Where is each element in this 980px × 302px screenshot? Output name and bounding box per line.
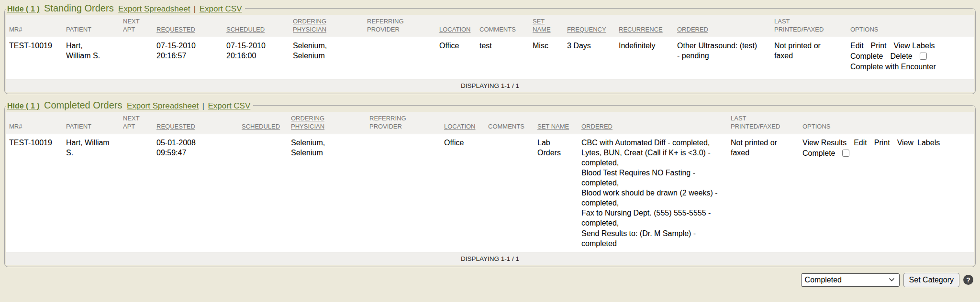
col-header-recurrence[interactable]: RECURRENCE: [616, 15, 674, 37]
view-link[interactable]: View: [897, 139, 913, 147]
completed-export-spreadsheet-link[interactable]: Export Spreadsheet: [127, 101, 199, 110]
standing-displaying-row: DISPLAYING 1-1 / 1: [6, 79, 974, 92]
cell-last-printed: Not printed or faxed: [728, 134, 800, 252]
standing-orders-title: Standing Orders: [44, 3, 114, 13]
category-select-value: Completed: [805, 276, 842, 284]
col-header-requested[interactable]: REQUESTED: [154, 112, 239, 134]
col-header-last-printed: LAST PRINTED/FAXED: [728, 112, 800, 134]
print-link[interactable]: Print: [874, 139, 890, 147]
standing-orders-table: MR# PATIENT NEXT APT REQUESTED SCHEDULED…: [6, 15, 974, 92]
cell-ordered: Other Ultrasound: (test) - pending: [674, 37, 771, 79]
cell-recurrence: Indefinitely: [616, 37, 674, 79]
col-header-ordered[interactable]: ORDERED: [674, 15, 771, 37]
completed-orders-section: Hide ( 1 ) Completed Orders Export Sprea…: [4, 100, 976, 267]
displaying-count: DISPLAYING 1-1 / 1: [6, 252, 974, 265]
standing-orders-legend: Hide ( 1 ) Standing Orders Export Spread…: [6, 3, 245, 14]
completed-export-csv-link[interactable]: Export CSV: [208, 101, 250, 110]
delete-link[interactable]: Delete: [890, 52, 912, 60]
completed-orders-title: Completed Orders: [44, 100, 122, 110]
chevron-down-icon: [889, 278, 895, 282]
cell-comments: [485, 134, 535, 252]
cell-comments: test: [477, 37, 530, 79]
col-header-scheduled[interactable]: SCHEDULED: [223, 15, 290, 37]
col-header-mr: MR#: [6, 15, 63, 37]
standing-orders-section: Hide ( 1 ) Standing Orders Export Spread…: [4, 3, 976, 94]
standing-hide-link[interactable]: Hide ( 1 ): [7, 5, 40, 13]
cell-location: Office: [436, 37, 477, 79]
col-header-ordered[interactable]: ORDERED: [579, 112, 728, 134]
labels-link[interactable]: Labels: [917, 139, 940, 147]
category-bar: Completed Set Category ?: [4, 273, 976, 287]
edit-link[interactable]: Edit: [850, 42, 864, 50]
cell-next-apt: [120, 37, 154, 79]
complete-with-encounter-link[interactable]: Complete with Encounter: [850, 63, 936, 71]
completed-hide-link[interactable]: Hide ( 1 ): [7, 102, 40, 110]
table-row: TEST-10019 Hart, William S. 07-15-2010 2…: [6, 37, 974, 79]
displaying-count: DISPLAYING 1-1 / 1: [6, 79, 974, 92]
col-header-referring-provider: REFERRING PROVIDER: [364, 15, 436, 37]
category-select[interactable]: Completed: [801, 273, 900, 287]
col-header-location[interactable]: LOCATION: [441, 112, 485, 134]
col-header-options: OPTIONS: [800, 112, 974, 134]
standing-header-row: MR# PATIENT NEXT APT REQUESTED SCHEDULED…: [6, 15, 974, 37]
separator: |: [194, 4, 196, 13]
set-category-button[interactable]: Set Category: [903, 273, 959, 287]
col-header-scheduled[interactable]: SCHEDULED: [239, 112, 288, 134]
cell-ordering-physician: Selenium, Selenium: [288, 134, 367, 252]
separator: |: [202, 101, 204, 110]
cell-set-name: Lab Orders: [535, 134, 579, 252]
order-select-checkbox[interactable]: [920, 53, 927, 60]
completed-orders-legend: Hide ( 1 ) Completed Orders Export Sprea…: [6, 100, 253, 111]
col-header-location[interactable]: LOCATION: [436, 15, 477, 37]
cell-location: Office: [441, 134, 485, 252]
print-link[interactable]: Print: [871, 42, 887, 50]
cell-scheduled: 07-15-2010 20:16:00: [223, 37, 290, 79]
col-header-set-name[interactable]: SET NAME: [535, 112, 579, 134]
col-header-ordering-physician[interactable]: ORDERING PHYSICIAN: [288, 112, 367, 134]
cell-patient: Hart, William S.: [63, 37, 120, 79]
view-labels-link[interactable]: View Labels: [893, 42, 935, 50]
cell-mr: TEST-10019: [6, 37, 63, 79]
cell-ordered: CBC with Automated Diff - completed, Lyt…: [579, 134, 728, 252]
cell-ordering-physician: Selenium, Selenium: [290, 37, 364, 79]
cell-last-printed: Not printed or faxed: [771, 37, 847, 79]
cell-mr: TEST-10019: [6, 134, 63, 252]
table-row: TEST-10019 Hart, William S. 05-01-2008 0…: [6, 134, 974, 252]
help-icon[interactable]: ?: [963, 275, 973, 285]
completed-header-row: MR# PATIENT NEXT APT REQUESTED SCHEDULED…: [6, 112, 974, 134]
col-header-requested[interactable]: REQUESTED: [154, 15, 223, 37]
cell-referring-provider: [367, 134, 441, 252]
cell-next-apt: [120, 134, 154, 252]
col-header-mr: MR#: [6, 112, 63, 134]
cell-requested: 07-15-2010 20:16:57: [154, 37, 223, 79]
col-header-set-name[interactable]: SET NAME: [530, 15, 564, 37]
completed-orders-table: MR# PATIENT NEXT APT REQUESTED SCHEDULED…: [6, 112, 974, 265]
cell-requested: 05-01-2008 09:59:47: [154, 134, 239, 252]
col-header-next-apt: NEXT APT: [120, 112, 154, 134]
col-header-comments: COMMENTS: [477, 15, 530, 37]
completed-displaying-row: DISPLAYING 1-1 / 1: [6, 252, 974, 265]
col-header-next-apt: NEXT APT: [120, 15, 154, 37]
cell-referring-provider: [364, 37, 436, 79]
col-header-last-printed: LAST PRINTED/FAXED: [771, 15, 847, 37]
col-header-patient: PATIENT: [63, 112, 120, 134]
complete-link[interactable]: Complete: [850, 52, 883, 60]
cell-scheduled: [239, 134, 288, 252]
col-header-comments: COMMENTS: [485, 112, 535, 134]
view-results-link[interactable]: View Results: [802, 139, 846, 147]
col-header-referring-provider: REFERRING PROVIDER: [367, 112, 441, 134]
complete-link[interactable]: Complete: [802, 149, 835, 157]
col-header-frequency[interactable]: FREQUENCY: [564, 15, 616, 37]
cell-set-name: Misc: [530, 37, 564, 79]
cell-options: EditPrintView Labels CompleteDelete Comp…: [847, 37, 974, 79]
edit-link[interactable]: Edit: [854, 139, 867, 147]
col-header-patient: PATIENT: [63, 15, 120, 37]
order-select-checkbox[interactable]: [842, 150, 849, 157]
col-header-ordering-physician[interactable]: ORDERING PHYSICIAN: [290, 15, 364, 37]
cell-patient: Hart, William S.: [63, 134, 120, 252]
cell-options: View ResultsEditPrintViewLabels Complete: [800, 134, 974, 252]
standing-export-csv-link[interactable]: Export CSV: [200, 4, 242, 13]
cell-frequency: 3 Days: [564, 37, 616, 79]
col-header-options: OPTIONS: [847, 15, 974, 37]
standing-export-spreadsheet-link[interactable]: Export Spreadsheet: [118, 4, 190, 13]
